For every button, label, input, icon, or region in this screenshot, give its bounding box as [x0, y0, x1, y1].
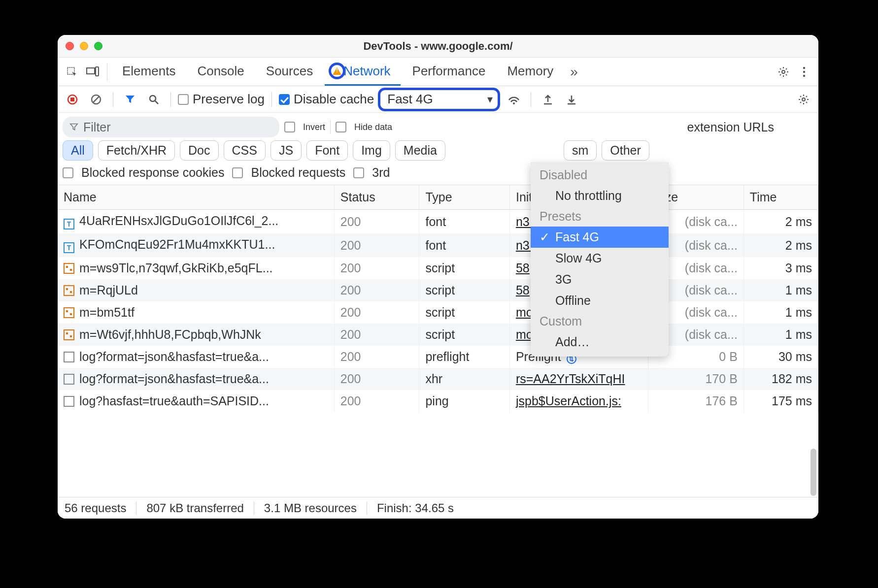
cell-type: ping	[419, 390, 509, 412]
cell-time: 2 ms	[743, 233, 818, 257]
hide-data-label: Hide data	[354, 122, 392, 132]
svg-rect-1	[87, 68, 95, 74]
chip-fetch-xhr[interactable]: Fetch/XHR	[98, 140, 175, 161]
window-minimize-button[interactable]	[80, 42, 88, 50]
third-party-label: 3rd	[372, 165, 390, 180]
disable-cache-checkbox[interactable]: Disable cache	[279, 92, 374, 107]
more-tabs-icon[interactable]: »	[565, 64, 580, 80]
tab-console[interactable]: Console	[187, 58, 254, 86]
checkbox-icon	[284, 122, 295, 132]
chip-doc[interactable]: Doc	[180, 140, 218, 161]
chip-js[interactable]: JS	[270, 140, 302, 161]
svg-point-3	[782, 70, 785, 73]
export-har-icon[interactable]	[538, 90, 558, 109]
settings-icon[interactable]	[774, 63, 793, 81]
preserve-log-label: Preserve log	[193, 92, 265, 107]
tab-elements[interactable]: Elements	[112, 58, 185, 86]
hide-data-checkbox[interactable]: Hide data	[336, 122, 392, 132]
blocked-response-cookies-checkbox[interactable]: Blocked response cookies	[63, 165, 224, 180]
table-row[interactable]: m=bm51tf200scriptmoduleloader.js:58(disk…	[58, 301, 818, 324]
panel-tabs: Elements Console Sources Network Perform…	[58, 58, 818, 86]
blocked-requests-checkbox[interactable]: Blocked requests	[232, 165, 345, 180]
cell-name: m=bm51tf	[58, 301, 334, 324]
checkbox-icon	[63, 167, 73, 178]
dropdown-header-presets: Presets	[531, 206, 669, 227]
cell-initiator[interactable]: jspb$UserAction.js:	[509, 390, 648, 412]
network-table[interactable]: Name Status Type Initiator Size Time T4U…	[58, 185, 818, 497]
clear-button[interactable]	[86, 90, 106, 109]
col-header-time[interactable]: Time	[743, 185, 818, 210]
svg-point-6	[803, 74, 805, 76]
cell-type: script	[419, 301, 509, 324]
cell-size: 170 B	[648, 368, 743, 390]
cell-initiator[interactable]: rs=AA2YrTskXiTqHI	[509, 368, 648, 390]
table-row[interactable]: m=ws9Tlc,n73qwf,GkRiKb,e5qFL...200script…	[58, 257, 818, 279]
table-row[interactable]: TKFOmCnqEu92Fr1Mu4mxKKTU1...200fontn3:(d…	[58, 233, 818, 257]
chip-img[interactable]: Img	[353, 140, 390, 161]
col-header-name[interactable]: Name	[58, 185, 334, 210]
filter-input[interactable]: Filter	[63, 117, 279, 137]
tab-network[interactable]: Network	[325, 58, 400, 86]
network-settings-icon[interactable]	[794, 90, 813, 109]
cell-type: preflight	[419, 346, 509, 368]
table-row[interactable]: log?hasfast=true&auth=SAPISID...200pingj…	[58, 390, 818, 412]
network-conditions-icon[interactable]	[504, 90, 524, 109]
dropdown-item-offline[interactable]: Offline	[531, 290, 669, 311]
chip-css[interactable]: CSS	[224, 140, 266, 161]
traffic-lights	[58, 42, 102, 50]
record-button[interactable]	[63, 90, 82, 109]
chip-wasm[interactable]: sm	[564, 140, 597, 161]
chip-other[interactable]: Other	[602, 140, 649, 161]
inspect-element-icon[interactable]	[63, 63, 81, 81]
font-file-icon: T	[64, 242, 74, 253]
preserve-log-checkbox[interactable]: Preserve log	[178, 92, 265, 107]
search-icon[interactable]	[144, 90, 164, 109]
dropdown-item-add[interactable]: Add…	[531, 331, 669, 353]
status-requests: 56 requests	[65, 501, 126, 515]
table-row[interactable]: m=Wt6vjf,hhhU8,FCpbqb,WhJNk200scriptmodu…	[58, 324, 818, 346]
table-row[interactable]: m=RqjULd200script58(disk ca...1 ms	[58, 279, 818, 301]
import-har-icon[interactable]	[562, 90, 581, 109]
chip-all[interactable]: All	[63, 140, 93, 161]
tab-memory[interactable]: Memory	[497, 58, 563, 86]
dropdown-item-3g[interactable]: 3G	[531, 269, 669, 290]
invert-checkbox[interactable]: Invert	[284, 122, 325, 132]
cell-status: 200	[334, 346, 419, 368]
cell-status: 200	[334, 390, 419, 412]
svg-point-11	[150, 96, 156, 101]
filter-toggle-icon[interactable]	[120, 90, 140, 109]
kebab-menu-icon[interactable]	[795, 63, 813, 81]
col-header-type[interactable]: Type	[419, 185, 509, 210]
tab-performance[interactable]: Performance	[403, 58, 496, 86]
tab-sources[interactable]: Sources	[256, 58, 323, 86]
chip-font[interactable]: Font	[306, 140, 348, 161]
filter-placeholder: Filter	[83, 120, 111, 134]
divider	[271, 92, 272, 107]
svg-line-10	[93, 97, 99, 102]
dropdown-item-fast-4g[interactable]: Fast 4G	[531, 227, 669, 248]
script-file-icon	[64, 285, 74, 296]
divider	[254, 502, 254, 515]
chip-media[interactable]: Media	[395, 140, 445, 161]
dropdown-header-custom: Custom	[531, 311, 669, 331]
cell-type: xhr	[419, 368, 509, 390]
cell-name: T4UaRrENHsxJlGDuGo1OIlJfC6l_2...	[58, 210, 334, 234]
cell-name: log?format=json&hasfast=true&a...	[58, 346, 334, 368]
scrollbar-thumb[interactable]	[810, 449, 816, 496]
throttling-dropdown: Disabled No throttling Presets Fast 4G S…	[531, 162, 669, 357]
col-header-status[interactable]: Status	[334, 185, 419, 210]
dropdown-item-no-throttling[interactable]: No throttling	[531, 185, 669, 206]
blocked-requests-label: Blocked requests	[251, 165, 345, 180]
divider	[531, 92, 531, 107]
dropdown-item-slow-4g[interactable]: Slow 4G	[531, 248, 669, 269]
throttling-select[interactable]: Fast 4G	[378, 88, 500, 111]
table-row[interactable]: log?format=json&hasfast=true&a...200pref…	[58, 346, 818, 368]
device-toolbar-icon[interactable]	[83, 63, 102, 81]
cell-time: 182 ms	[743, 368, 818, 390]
window-close-button[interactable]	[66, 42, 74, 50]
cell-status: 200	[334, 257, 419, 279]
third-party-checkbox[interactable]: 3rd	[353, 165, 390, 180]
table-row[interactable]: log?format=json&hasfast=true&a...200xhrr…	[58, 368, 818, 390]
window-maximize-button[interactable]	[94, 42, 102, 50]
table-row[interactable]: T4UaRrENHsxJlGDuGo1OIlJfC6l_2...200fontn…	[58, 210, 818, 234]
